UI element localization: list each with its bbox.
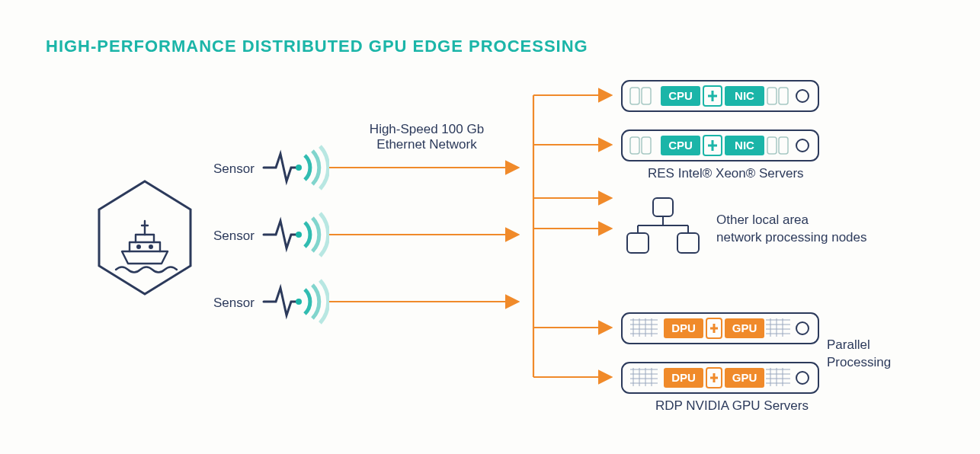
server-gpu-2: DPU GPU <box>621 362 819 394</box>
chip-cpu-label: CPU <box>668 89 693 102</box>
chip-dpu-label: DPU <box>671 321 696 334</box>
svg-text:CPU: CPU <box>668 139 693 152</box>
svg-rect-42 <box>653 198 673 216</box>
svg-rect-48 <box>677 233 699 253</box>
server-xeon-2: CPU NIC <box>621 129 819 161</box>
chip-nic-label: NIC <box>735 89 754 102</box>
svg-text:GPU: GPU <box>732 371 757 384</box>
chip-gpu-label: GPU <box>732 321 757 334</box>
parallel-line1: Parallel <box>827 337 870 352</box>
svg-text:NIC: NIC <box>735 139 754 152</box>
parallel-processing-label: Parallel Processing <box>827 337 891 372</box>
svg-text:DPU: DPU <box>671 371 696 384</box>
lan-caption-line1: Other local area <box>716 213 809 227</box>
parallel-line2: Processing <box>827 355 891 369</box>
gpu-caption: RDP NVIDIA GPU Servers <box>655 398 809 414</box>
server-xeon-1: CPU NIC <box>621 80 819 112</box>
lan-caption-line2: network processing nodes <box>716 230 867 245</box>
svg-rect-47 <box>627 233 649 253</box>
lan-caption: Other local area network processing node… <box>716 212 867 247</box>
lan-nodes-icon <box>621 195 705 256</box>
server-gpu-1: DPU GPU <box>621 312 819 344</box>
xeon-caption: RES Intel® Xeon® Servers <box>648 166 804 181</box>
